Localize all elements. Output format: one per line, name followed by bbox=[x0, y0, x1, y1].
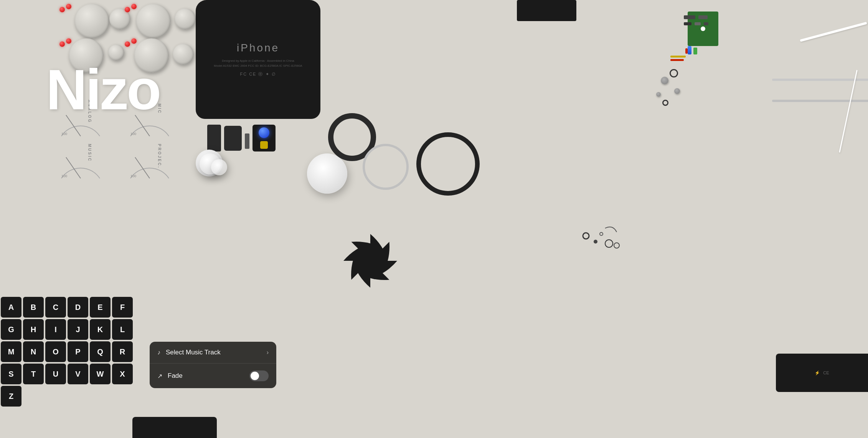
white-cable bbox=[800, 22, 867, 42]
resistor-2 bbox=[670, 59, 684, 61]
smd-3 bbox=[684, 22, 691, 25]
svg-point-12 bbox=[583, 233, 589, 239]
svg-point-13 bbox=[594, 240, 597, 244]
key-d[interactable]: D bbox=[68, 297, 88, 318]
bottom-strip bbox=[132, 417, 217, 438]
iphone-logos: FC CE ⓔ ✦ ∅ bbox=[240, 71, 276, 77]
key-c[interactable]: C bbox=[45, 297, 66, 318]
svg-point-16 bbox=[614, 243, 619, 248]
key-m[interactable]: M bbox=[1, 341, 21, 362]
key-k[interactable]: K bbox=[90, 319, 111, 340]
cam-part-2 bbox=[224, 126, 242, 151]
keyboard-row-3: M N O P Q R bbox=[0, 341, 134, 363]
led-5 bbox=[59, 41, 65, 47]
svg-point-15 bbox=[605, 240, 613, 247]
key-x[interactable]: X bbox=[112, 364, 133, 384]
key-q[interactable]: Q bbox=[90, 341, 111, 362]
iphone-component: iPhone Designed by Apple in California ·… bbox=[196, 0, 320, 119]
small-ring-2 bbox=[662, 100, 668, 106]
key-e[interactable]: E bbox=[90, 297, 111, 318]
key-l[interactable]: L bbox=[112, 319, 133, 340]
keyboard-area: A B C D E F G H I J K L M N O P Q R S T … bbox=[0, 296, 134, 407]
key-o[interactable]: O bbox=[45, 341, 66, 362]
led-1 bbox=[59, 7, 65, 12]
fastener-1 bbox=[661, 77, 668, 84]
menu-item-music[interactable]: ♪ Select Music Track › bbox=[150, 342, 276, 364]
knob-1 bbox=[75, 4, 109, 38]
keyboard-row-5: Z bbox=[0, 385, 134, 407]
iphone-text-line2: Model A1532 EMC 2604 FCC ID: BCG-E2580A … bbox=[214, 64, 302, 69]
key-a[interactable]: A bbox=[1, 297, 21, 318]
fade-toggle[interactable] bbox=[249, 370, 269, 381]
iphone-text-line1: Designed by Apple in California · Assemb… bbox=[222, 59, 294, 64]
smd-4 bbox=[695, 22, 701, 25]
cam-connector bbox=[245, 133, 249, 149]
music-dial: 100 bbox=[58, 146, 104, 180]
led-8 bbox=[131, 38, 137, 44]
blue-led bbox=[259, 127, 269, 138]
shutter-aperture bbox=[328, 219, 413, 303]
menu-panel: ♪ Select Music Track › ↗ Fade bbox=[150, 342, 276, 388]
key-z[interactable]: Z bbox=[1, 386, 21, 407]
menu-item-fade[interactable]: ↗ Fade bbox=[150, 364, 276, 388]
white-dome-large bbox=[307, 153, 347, 194]
smd-1 bbox=[684, 15, 695, 19]
led-2 bbox=[66, 4, 71, 9]
ring-medium bbox=[363, 144, 409, 190]
svg-text:100: 100 bbox=[61, 132, 67, 136]
svg-rect-10 bbox=[772, 100, 868, 102]
app-logo: Nizo bbox=[46, 61, 160, 118]
menu-arrow-icon: › bbox=[267, 349, 269, 356]
camera-parts bbox=[207, 125, 276, 151]
music-note-icon: ♪ bbox=[157, 349, 160, 356]
resistor-1 bbox=[670, 56, 686, 58]
dark-board-top bbox=[517, 0, 576, 21]
key-r[interactable]: R bbox=[112, 341, 133, 362]
menu-item-fade-label: Fade bbox=[168, 372, 183, 380]
bar-icon-1: ⚡ bbox=[815, 370, 820, 375]
dark-bar-bottom-right: ⚡ CE bbox=[776, 354, 868, 392]
key-i[interactable]: I bbox=[45, 319, 66, 340]
key-s[interactable]: S bbox=[1, 364, 21, 384]
led-4 bbox=[131, 4, 137, 9]
key-w[interactable]: W bbox=[90, 364, 111, 384]
key-u[interactable]: U bbox=[45, 364, 66, 384]
cap-red bbox=[685, 48, 688, 54]
cap-green bbox=[693, 48, 697, 54]
key-b[interactable]: B bbox=[23, 297, 44, 318]
svg-point-14 bbox=[600, 232, 603, 235]
menu-item-music-left: ♪ Select Music Track bbox=[157, 349, 221, 356]
fastener-2 bbox=[674, 88, 680, 94]
key-g[interactable]: G bbox=[1, 319, 21, 340]
svg-text:100: 100 bbox=[61, 174, 67, 178]
lens-dome-tiny bbox=[211, 159, 227, 175]
menu-item-music-label: Select Music Track bbox=[166, 349, 221, 356]
music-label: MUSIC bbox=[87, 144, 92, 162]
cam-part-1 bbox=[207, 125, 221, 151]
key-v[interactable]: V bbox=[68, 364, 88, 384]
smd-5 bbox=[704, 22, 708, 25]
led-6 bbox=[66, 38, 71, 44]
svg-rect-8 bbox=[772, 79, 868, 81]
knob-8 bbox=[173, 44, 194, 65]
bar-icons: ⚡ CE bbox=[815, 370, 829, 375]
iphone-brand: iPhone bbox=[237, 42, 279, 54]
svg-text:100: 100 bbox=[130, 132, 136, 136]
proj-label: PROJEC. bbox=[157, 144, 162, 169]
fastener-3 bbox=[656, 92, 661, 97]
keyboard-row-2: G H I J K L bbox=[0, 318, 134, 341]
key-j[interactable]: J bbox=[68, 319, 88, 340]
proj-dial: 100 bbox=[127, 146, 173, 180]
knob-4 bbox=[175, 8, 196, 30]
key-t[interactable]: T bbox=[23, 364, 44, 384]
yellow-sensor bbox=[260, 141, 268, 149]
key-n[interactable]: N bbox=[23, 341, 44, 362]
ring-large-right bbox=[416, 132, 480, 196]
svg-text:100: 100 bbox=[130, 174, 136, 178]
key-f[interactable]: F bbox=[112, 297, 133, 318]
key-p[interactable]: P bbox=[68, 341, 88, 362]
key-h[interactable]: H bbox=[23, 319, 44, 340]
led-3 bbox=[125, 7, 130, 12]
cap-blue bbox=[688, 46, 691, 54]
small-ring-1 bbox=[670, 69, 678, 77]
